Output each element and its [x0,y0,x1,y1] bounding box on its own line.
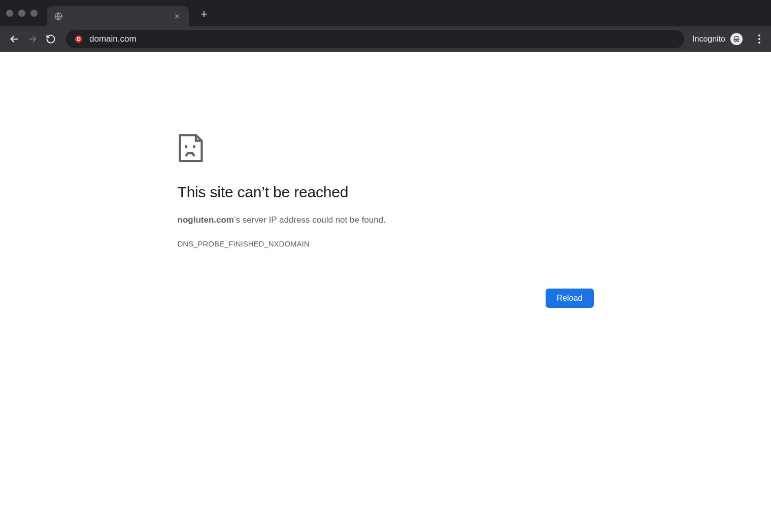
incognito-label: Incognito [692,34,725,44]
error-title: This site can’t be reached [178,184,594,201]
window-maximize-button[interactable] [30,10,38,17]
svg-rect-4 [193,145,195,148]
error-host: nogluten.com [178,215,234,225]
sad-file-icon [178,133,204,163]
site-favicon-icon: D [74,34,83,44]
close-icon[interactable]: × [173,12,182,21]
window-controls [6,10,38,17]
incognito-indicator: Incognito [692,33,746,45]
browser-toolbar: D domain.com Incognito [0,26,771,52]
error-code: DNS_PROBE_FINISHED_NXDOMAIN [178,239,594,248]
browser-tab[interactable]: × [47,6,189,26]
error-message-rest: ’s server IP address could not be found. [234,215,386,225]
window-close-button[interactable] [6,10,13,17]
tab-strip: × + [0,0,771,26]
address-bar[interactable]: D domain.com [66,30,684,48]
incognito-icon[interactable] [730,33,743,45]
globe-icon [54,12,63,21]
new-tab-button[interactable]: + [196,6,212,22]
back-button[interactable] [7,32,21,46]
window-minimize-button[interactable] [18,10,25,17]
error-container: This site can’t be reached nogluten.com’… [178,133,594,308]
reload-row: Reload [178,289,594,308]
omnibox-url: domain.com [89,34,137,44]
forward-button[interactable] [25,32,40,46]
reload-button[interactable] [44,32,58,46]
reload-page-button[interactable]: Reload [546,289,594,308]
page-content: This site can’t be reached nogluten.com’… [0,52,771,308]
browser-chrome: × + D domain.com Incognito [0,0,771,52]
svg-rect-3 [185,145,187,148]
browser-menu-button[interactable] [753,32,766,46]
error-message: nogluten.com’s server IP address could n… [178,215,594,225]
